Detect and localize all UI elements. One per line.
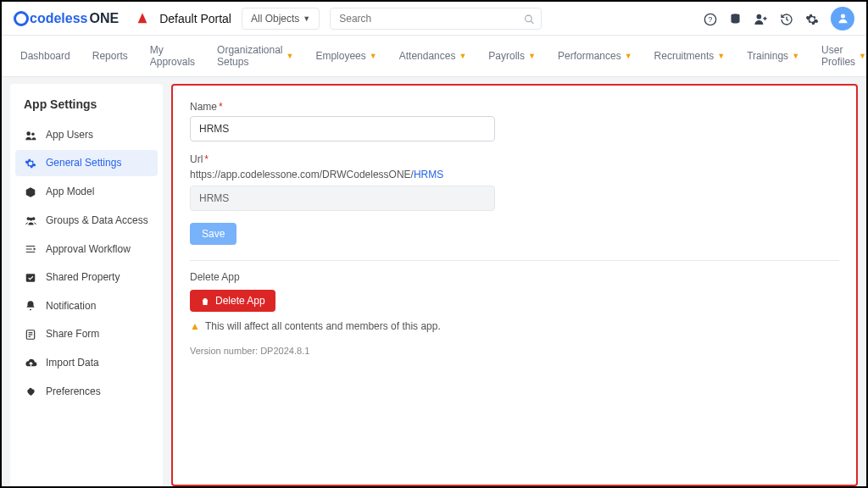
save-button[interactable]: Save bbox=[190, 223, 236, 245]
page-body: App Settings App Users General Settings … bbox=[2, 77, 866, 488]
nav-my-approvals[interactable]: My Approvals bbox=[150, 44, 195, 68]
svg-rect-12 bbox=[26, 274, 36, 281]
trash-icon bbox=[200, 295, 210, 307]
groups-icon bbox=[24, 214, 37, 227]
sidebar-item-groups-data-access[interactable]: Groups & Data Access bbox=[15, 207, 158, 234]
portal-icon bbox=[136, 11, 149, 26]
svg-point-5 bbox=[757, 14, 762, 19]
object-selector-label: All Objects bbox=[251, 13, 299, 25]
url-slug: HRMS bbox=[414, 169, 443, 180]
svg-point-8 bbox=[31, 132, 35, 136]
form-icon bbox=[24, 327, 37, 341]
sidebar-item-import-data[interactable]: Import Data bbox=[15, 349, 158, 376]
nav-recruitments[interactable]: Recruitments▼ bbox=[654, 50, 726, 62]
users-icon bbox=[24, 128, 37, 141]
nav-trainings[interactable]: Trainings▼ bbox=[747, 50, 799, 62]
history-icon[interactable] bbox=[780, 10, 793, 25]
portal-label[interactable]: Default Portal bbox=[159, 12, 231, 25]
svg-point-6 bbox=[841, 14, 845, 19]
app-logo[interactable]: codeless ONE bbox=[14, 11, 119, 26]
caret-down-icon: ▼ bbox=[717, 52, 725, 60]
warning-icon: ▲ bbox=[190, 320, 200, 332]
user-add-icon[interactable] bbox=[754, 10, 768, 26]
search-container bbox=[330, 8, 542, 30]
top-bar: codeless ONE Default Portal All Objects … bbox=[2, 2, 866, 36]
help-icon[interactable]: ? bbox=[704, 10, 717, 25]
delete-section-heading: Delete App bbox=[190, 271, 839, 283]
sidebar-item-notification[interactable]: Notification bbox=[15, 292, 158, 319]
svg-point-11 bbox=[29, 218, 32, 221]
sidebar-item-share-form[interactable]: Share Form bbox=[15, 320, 158, 347]
caret-down-icon: ▼ bbox=[625, 52, 632, 60]
url-preview: https://app.codelessone.com/DRWCodelessO… bbox=[190, 169, 839, 180]
svg-point-0 bbox=[526, 15, 532, 22]
caret-down-icon: ▼ bbox=[303, 14, 310, 23]
name-label: Name* bbox=[190, 101, 839, 113]
svg-point-10 bbox=[31, 217, 35, 220]
delete-warning-text: This will affect all contents and member… bbox=[205, 320, 441, 332]
nav-user-profiles[interactable]: User Profiles▼ bbox=[821, 44, 866, 68]
preferences-icon bbox=[24, 385, 37, 398]
delete-warning-row: ▲ This will affect all contents and memb… bbox=[190, 320, 839, 332]
nav-reports[interactable]: Reports bbox=[92, 50, 128, 62]
top-icon-group: ? bbox=[704, 7, 854, 30]
sidebar-item-app-users[interactable]: App Users bbox=[15, 121, 158, 148]
cloud-upload-icon bbox=[24, 356, 37, 369]
nav-dashboard[interactable]: Dashboard bbox=[20, 50, 70, 62]
url-input[interactable] bbox=[190, 186, 495, 211]
delete-app-button[interactable]: Delete App bbox=[190, 290, 275, 312]
settings-sidebar: App Settings App Users General Settings … bbox=[10, 84, 163, 486]
sidebar-item-general-settings[interactable]: General Settings bbox=[15, 150, 158, 177]
main-nav: Dashboard Reports My Approvals Organizat… bbox=[2, 36, 866, 77]
url-label: Url* bbox=[190, 153, 839, 165]
caret-down-icon: ▼ bbox=[370, 52, 377, 60]
sidebar-item-preferences[interactable]: Preferences bbox=[15, 378, 158, 405]
sidebar-item-approval-workflow[interactable]: Approval Workflow bbox=[15, 236, 158, 263]
caret-down-icon: ▼ bbox=[287, 52, 294, 60]
caret-down-icon: ▼ bbox=[792, 52, 799, 60]
nav-employees[interactable]: Employees▼ bbox=[315, 50, 376, 62]
svg-text:?: ? bbox=[709, 15, 713, 24]
bell-icon bbox=[24, 299, 37, 313]
search-icon[interactable] bbox=[524, 12, 535, 25]
logo-text-2: ONE bbox=[89, 11, 119, 26]
required-indicator: * bbox=[204, 153, 209, 165]
cube-icon bbox=[24, 185, 37, 198]
nav-performances[interactable]: Performances▼ bbox=[558, 50, 632, 62]
search-input[interactable] bbox=[330, 8, 542, 30]
sidebar-item-app-model[interactable]: App Model bbox=[15, 178, 158, 205]
user-avatar[interactable] bbox=[831, 7, 854, 30]
main-panel: Name* Url* https://app.codelessone.com/D… bbox=[171, 84, 858, 486]
sidebar-title: App Settings bbox=[15, 92, 158, 121]
caret-down-icon: ▼ bbox=[859, 52, 866, 60]
svg-point-9 bbox=[26, 217, 30, 220]
required-indicator: * bbox=[219, 101, 223, 113]
object-selector[interactable]: All Objects ▼ bbox=[242, 8, 320, 30]
nav-attendances[interactable]: Attendances▼ bbox=[399, 50, 467, 62]
logo-mark-icon bbox=[14, 11, 29, 26]
nav-organizational-setups[interactable]: Organizational Setups▼ bbox=[217, 44, 293, 68]
caret-down-icon: ▼ bbox=[528, 52, 536, 60]
sidebar-item-shared-property[interactable]: Shared Property bbox=[15, 263, 158, 291]
svg-point-17 bbox=[29, 387, 32, 391]
svg-point-7 bbox=[26, 131, 31, 136]
database-icon[interactable] bbox=[729, 11, 742, 26]
version-number: Version number: DP2024.8.1 bbox=[190, 346, 839, 356]
shared-property-icon bbox=[24, 270, 37, 284]
gear-icon bbox=[24, 157, 37, 170]
settings-gear-icon[interactable] bbox=[805, 10, 819, 25]
nav-payrolls[interactable]: Payrolls▼ bbox=[488, 50, 536, 62]
delete-app-label: Delete App bbox=[215, 295, 265, 307]
name-input[interactable] bbox=[190, 116, 495, 141]
logo-text-1: codeless bbox=[30, 11, 87, 26]
svg-line-1 bbox=[531, 20, 533, 23]
workflow-icon bbox=[24, 242, 37, 256]
caret-down-icon: ▼ bbox=[459, 52, 466, 60]
section-divider bbox=[190, 260, 839, 261]
